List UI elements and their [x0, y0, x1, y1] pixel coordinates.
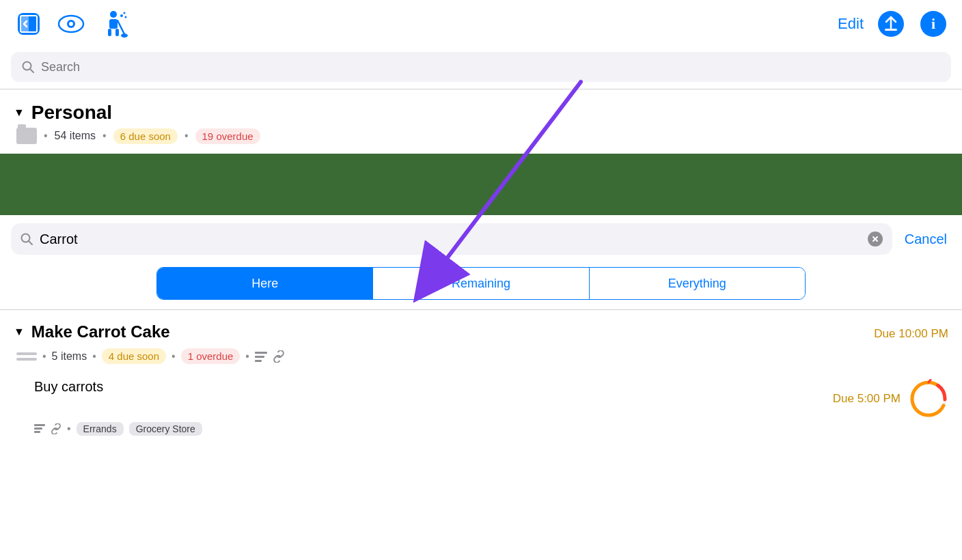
- task-item-meta: • Errands Grocery Store: [34, 422, 948, 436]
- due-soon-badge: 6 due soon: [113, 128, 178, 144]
- segment-remaining-button[interactable]: Remaining: [372, 268, 588, 299]
- svg-line-20: [30, 69, 33, 72]
- top-search-input[interactable]: [41, 60, 940, 74]
- clear-search-button[interactable]: [868, 232, 883, 247]
- top-search-container: [0, 48, 962, 89]
- search-row: Cancel: [0, 215, 962, 263]
- task-type-icon: [16, 350, 37, 363]
- personal-title: Personal: [31, 102, 112, 124]
- task-item-count: 5 items: [52, 350, 87, 363]
- personal-item-count: 54 items: [55, 130, 96, 142]
- segment-container: Here Remaining Everything: [0, 263, 962, 309]
- svg-rect-26: [16, 358, 37, 361]
- svg-rect-35: [34, 431, 40, 433]
- svg-rect-33: [34, 424, 45, 426]
- overdue-badge: 19 overdue: [195, 128, 260, 144]
- clean-icon-button[interactable]: [98, 9, 128, 39]
- svg-rect-9: [115, 29, 119, 36]
- svg-rect-29: [255, 360, 262, 362]
- task-notes-icon: [34, 424, 45, 434]
- task-group-header: ▼ Make Carrot Cake: [14, 322, 170, 341]
- personal-meta: • 54 items • 6 due soon • 19 overdue: [14, 128, 948, 144]
- task-group-due: Due 10:00 PM: [874, 327, 948, 341]
- task-collapse-icon[interactable]: ▼: [14, 326, 25, 338]
- top-search-bar: [11, 52, 951, 82]
- svg-text:i: i: [931, 15, 935, 32]
- edit-button[interactable]: Edit: [838, 15, 864, 33]
- search-icon: [22, 61, 34, 73]
- personal-section: ▼ Personal • 54 items • 6 due soon • 19 …: [0, 89, 962, 154]
- svg-point-6: [110, 11, 117, 18]
- svg-rect-16: [885, 29, 897, 31]
- search-input-wrapper: [11, 223, 892, 255]
- svg-rect-28: [255, 356, 264, 358]
- search-icon-2: [20, 233, 33, 245]
- task-link-icon: [51, 423, 61, 434]
- collapse-triangle-icon[interactable]: ▼: [14, 107, 25, 119]
- toolbar-right: Edit i: [838, 9, 948, 39]
- svg-rect-27: [255, 352, 267, 354]
- svg-point-12: [120, 14, 123, 17]
- sidebar-toggle-button[interactable]: [14, 9, 44, 39]
- toolbar-left: [14, 9, 128, 39]
- task-item-due: Due 5:00 PM: [833, 392, 901, 406]
- svg-rect-7: [109, 19, 118, 29]
- upload-button[interactable]: [876, 9, 906, 39]
- search-input[interactable]: [40, 232, 861, 247]
- task-due-soon-badge: 4 due soon: [102, 348, 166, 364]
- task-section: ▼ Make Carrot Cake Due 10:00 PM • 5 item…: [0, 310, 962, 371]
- task-group-title: Make Carrot Cake: [31, 322, 170, 341]
- circular-progress-icon: [909, 379, 948, 419]
- svg-rect-8: [108, 29, 111, 36]
- cancel-button[interactable]: Cancel: [901, 229, 951, 250]
- link-icon: [273, 350, 285, 363]
- green-highlight-band: [0, 154, 962, 215]
- notes-icon: [255, 351, 267, 362]
- toolbar: Edit i: [0, 0, 962, 48]
- task-item: Buy carrots Due 5:00 PM • Errands G: [0, 371, 962, 443]
- svg-rect-34: [34, 428, 42, 430]
- eye-icon-button[interactable]: [56, 9, 86, 39]
- segment-everything-button[interactable]: Everything: [589, 268, 805, 299]
- segment-here-button[interactable]: Here: [157, 268, 372, 299]
- svg-rect-25: [16, 352, 37, 355]
- svg-line-22: [29, 241, 32, 244]
- personal-header: ▼ Personal: [14, 102, 948, 124]
- task-tag-errands[interactable]: Errands: [77, 422, 124, 436]
- info-button[interactable]: i: [918, 9, 948, 39]
- task-item-title: Buy carrots: [34, 379, 103, 395]
- svg-point-11: [121, 33, 128, 38]
- svg-point-5: [69, 22, 73, 26]
- task-overdue-badge: 1 overdue: [181, 348, 240, 364]
- svg-point-13: [124, 12, 126, 14]
- task-group-meta: • 5 items • 4 due soon • 1 overdue •: [14, 348, 948, 364]
- folder-icon: [16, 128, 37, 144]
- svg-point-14: [125, 16, 127, 18]
- task-tag-grocery[interactable]: Grocery Store: [129, 422, 202, 436]
- segment-control: Here Remaining Everything: [156, 267, 806, 300]
